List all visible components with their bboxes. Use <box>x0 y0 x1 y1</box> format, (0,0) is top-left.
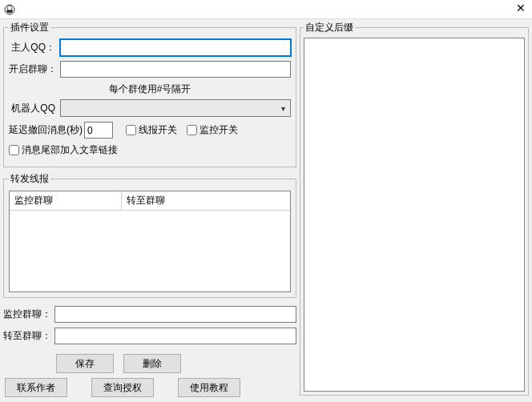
right-column: 自定义后缀 <box>300 21 529 399</box>
contact-author-button[interactable]: 联系作者 <box>5 378 67 397</box>
master-qq-label: 主人QQ： <box>9 41 55 54</box>
tail-link-label: 消息尾部加入文章链接 <box>22 143 118 157</box>
app-icon <box>3 3 16 16</box>
to-group-input[interactable] <box>54 328 296 344</box>
delay-label: 延迟撤回消息(秒) <box>9 123 83 137</box>
tutorial-button[interactable]: 使用教程 <box>178 378 240 397</box>
col-monitor-group[interactable]: 监控群聊 <box>10 191 122 210</box>
plugin-settings-group: 插件设置 主人QQ： 开启群聊： 每个群使用#号隔开 机器人QQ ▾ 延迟撤回消… <box>3 21 296 167</box>
table-body[interactable] <box>10 211 290 291</box>
col-to-group[interactable]: 转至群聊 <box>122 191 290 210</box>
forward-legend: 转发线报 <box>9 172 50 186</box>
monitor-group-label: 监控群聊： <box>3 308 50 321</box>
svg-point-2 <box>7 6 12 10</box>
tail-link-box[interactable] <box>9 145 19 155</box>
monitor-switch-checkbox[interactable]: 监控开关 <box>187 123 238 137</box>
xianbao-switch-label: 线报开关 <box>139 123 177 137</box>
tail-link-checkbox[interactable]: 消息尾部加入文章链接 <box>9 143 118 157</box>
xianbao-switch-checkbox[interactable]: 线报开关 <box>126 123 177 137</box>
save-button[interactable]: 保存 <box>56 354 114 373</box>
content: 插件设置 主人QQ： 开启群聊： 每个群使用#号隔开 机器人QQ ▾ 延迟撤回消… <box>0 19 532 402</box>
forward-group: 转发线报 监控群聊 转至群聊 <box>3 172 296 298</box>
open-group-input[interactable] <box>60 61 291 78</box>
monitor-group-input[interactable] <box>54 306 296 323</box>
delay-input[interactable] <box>84 122 113 139</box>
custom-suffix-group: 自定义后缀 <box>300 21 529 396</box>
monitor-switch-label: 监控开关 <box>200 123 238 137</box>
delete-button[interactable]: 删除 <box>123 354 181 373</box>
titlebar: ✕ <box>0 0 532 19</box>
custom-suffix-legend: 自定义后缀 <box>304 21 355 34</box>
query-auth-button[interactable]: 查询授权 <box>91 378 154 397</box>
close-button[interactable]: ✕ <box>516 2 526 14</box>
master-qq-input[interactable] <box>60 39 291 56</box>
left-column: 插件设置 主人QQ： 开启群聊： 每个群使用#号隔开 机器人QQ ▾ 延迟撤回消… <box>3 21 296 399</box>
table-header: 监控群聊 转至群聊 <box>10 191 290 211</box>
monitor-switch-box[interactable] <box>187 125 197 135</box>
robot-qq-label: 机器人QQ <box>9 102 55 115</box>
open-group-label: 开启群聊： <box>9 62 55 76</box>
plugin-settings-legend: 插件设置 <box>9 21 50 34</box>
custom-suffix-textarea[interactable] <box>304 38 525 392</box>
group-hint: 每个群使用#号隔开 <box>9 82 291 96</box>
chevron-down-icon: ▾ <box>276 104 290 113</box>
to-group-label: 转至群聊： <box>3 329 50 343</box>
robot-qq-combo[interactable]: ▾ <box>60 99 291 117</box>
xianbao-switch-box[interactable] <box>126 125 136 135</box>
forward-table[interactable]: 监控群聊 转至群聊 <box>9 191 291 292</box>
